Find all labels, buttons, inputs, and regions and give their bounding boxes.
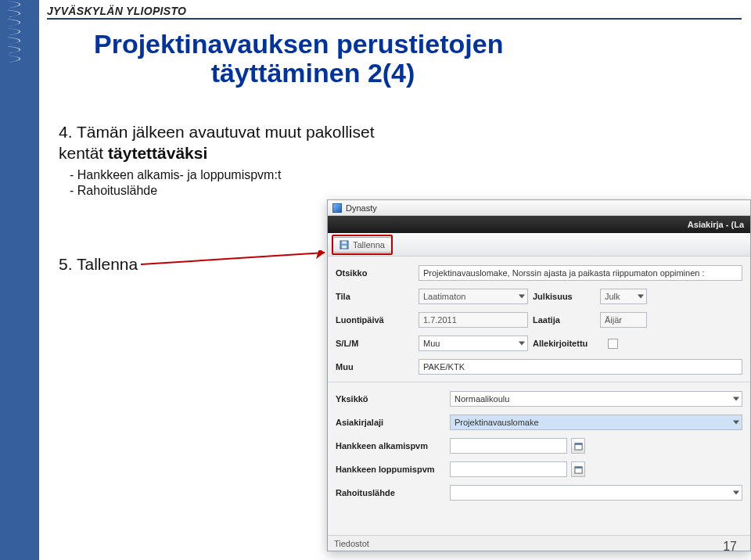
subheader-bar: Asiakirja - (La — [328, 216, 750, 233]
svg-rect-3 — [342, 241, 347, 243]
label-luontipaiva: Luontipäivä — [336, 315, 414, 325]
subheader-text: Asiakirja - (La — [688, 220, 744, 229]
calendar-icon — [574, 465, 583, 474]
header-rule — [47, 18, 742, 20]
app-icon — [332, 203, 342, 213]
callout-arrow-icon — [141, 250, 336, 282]
step5-text: 5. Tallenna — [59, 255, 138, 274]
label-asiakirjalaji: Asiakirjalaji — [336, 418, 445, 427]
torch-motif-icon — [0, 0, 39, 70]
title-line2: täyttäminen 2(4) — [94, 59, 532, 88]
save-icon — [340, 240, 349, 249]
field-julkisuus[interactable]: Julk — [600, 289, 647, 304]
label-yksikko: Yksikkö — [336, 394, 445, 404]
field-laatija: Äijär — [600, 312, 647, 328]
label-alkamispvm: Hankkeen alkamispvm — [336, 441, 445, 451]
section-divider — [328, 382, 750, 382]
toolbar: Tallenna — [328, 233, 750, 257]
svg-line-0 — [141, 253, 325, 264]
checkbox-allekirjoitettu[interactable] — [608, 339, 618, 349]
body-text: 4. Tämän jälkeen avautuvat muut pakollis… — [59, 121, 387, 199]
step4-text: 4. Tämän jälkeen avautuvat muut pakollis… — [59, 123, 375, 162]
calendar-icon — [574, 442, 583, 451]
field-slm[interactable]: Muu — [419, 336, 528, 351]
bullet-2: Rahoituslähde — [70, 183, 387, 199]
save-button-label: Tallenna — [353, 240, 385, 249]
datepicker-alkamis-button[interactable] — [571, 438, 585, 454]
step4-bold: täytettäväksi — [108, 144, 207, 162]
field-loppumispvm[interactable] — [450, 461, 567, 477]
org-name: JYVÄSKYLÄN YLIOPISTO — [47, 5, 186, 17]
slide-title: Projektinavauksen perustietojen täyttämi… — [94, 30, 532, 88]
field-rahoituslahde[interactable] — [450, 485, 742, 501]
label-laatija: Laatija — [533, 315, 595, 325]
label-julkisuus: Julkisuus — [533, 292, 595, 301]
dynasty-window: Dynasty Asiakirja - (La Tallenna Otsikko… — [327, 199, 751, 551]
app-title: Dynasty — [346, 203, 377, 213]
field-asiakirjalaji[interactable]: Projektinavauslomake — [450, 415, 742, 430]
field-alkamispvm[interactable] — [450, 438, 567, 454]
page-number: 17 — [723, 540, 737, 554]
field-luontipaiva: 1.7.2011 — [419, 312, 528, 328]
label-otsikko: Otsikko — [336, 268, 414, 278]
window-titlebar: Dynasty — [328, 200, 750, 216]
field-tila[interactable]: Laatimaton — [419, 289, 528, 304]
save-button[interactable]: Tallenna — [332, 237, 392, 253]
datepicker-loppumis-button[interactable] — [571, 461, 585, 477]
field-muu[interactable]: PAKE/KTK — [419, 359, 742, 375]
field-yksikko[interactable]: Normaalikoulu — [450, 391, 742, 407]
label-slm: S/L/M — [336, 339, 414, 348]
title-line1: Projektinavauksen perustietojen — [94, 29, 503, 59]
form-area: Otsikko Projektinavauslomake, Norssin aj… — [328, 257, 750, 514]
svg-rect-8 — [574, 466, 581, 468]
bullet-1: Hankkeen alkamis- ja loppumispvm:t — [70, 167, 387, 184]
files-footer[interactable]: Tiedostot — [328, 535, 750, 551]
label-muu: Muu — [336, 362, 414, 372]
label-loppumispvm: Hankkeen loppumispvm — [336, 465, 445, 474]
label-tila: Tila — [336, 292, 414, 301]
svg-rect-4 — [342, 246, 347, 249]
label-rahoituslahde: Rahoituslähde — [336, 488, 445, 497]
field-otsikko[interactable]: Projektinavauslomake, Norssin ajasta ja … — [419, 265, 742, 281]
svg-marker-1 — [316, 250, 325, 259]
brand-stripe — [0, 0, 39, 560]
svg-rect-6 — [574, 443, 581, 444]
label-allekirjoitettu: Allekirjoitettu — [533, 339, 603, 348]
